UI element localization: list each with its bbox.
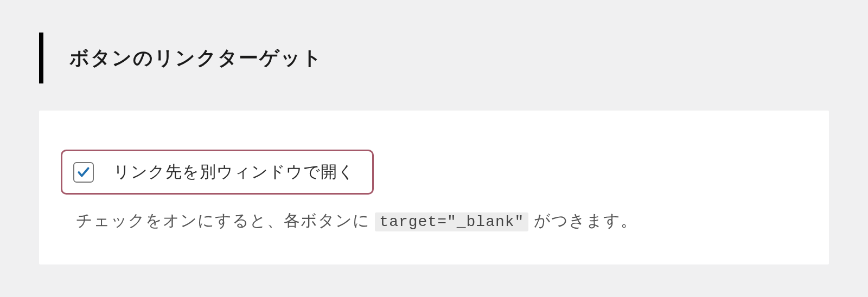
checkbox-label: リンク先を別ウィンドウで開く — [113, 161, 355, 183]
section-title: ボタンのリンクターゲット — [69, 45, 323, 72]
settings-card: リンク先を別ウィンドウで開く チェックをオンにすると、各ボタンに target=… — [39, 111, 829, 264]
checkbox-row[interactable]: リンク先を別ウィンドウで開く — [61, 150, 374, 195]
description-text-after: がつきます。 — [528, 211, 637, 229]
section-title-bar — [39, 33, 43, 83]
description-code: target="_blank" — [375, 212, 528, 231]
check-icon — [76, 165, 91, 179]
checkbox-open-new-window[interactable] — [73, 162, 94, 183]
setting-description: チェックをオンにすると、各ボタンに target="_blank" がつきます。 — [61, 210, 807, 232]
description-text-before: チェックをオンにすると、各ボタンに — [76, 211, 375, 229]
section-header: ボタンのリンクターゲット — [0, 0, 868, 83]
